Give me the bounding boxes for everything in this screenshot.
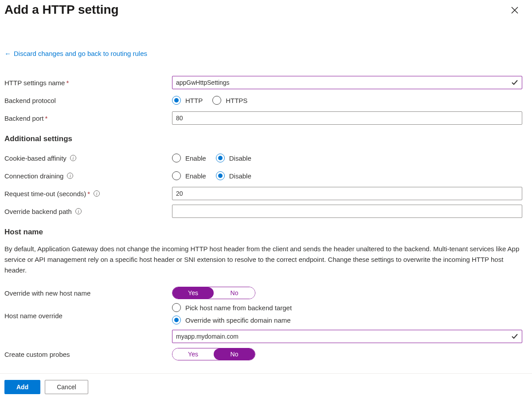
info-icon[interactable]: i [75,208,82,214]
override-new-toggle[interactable]: Yes No [172,287,255,299]
info-icon[interactable]: i [94,190,100,197]
page-title: Add a HTTP setting [4,3,119,17]
connection-enable-radio[interactable]: Enable [172,171,206,180]
protocol-https-radio[interactable]: HTTPS [212,96,247,105]
protocol-label: Backend protocol [4,97,56,104]
port-input[interactable] [172,111,522,125]
http-name-label: HTTP settings name [4,79,65,87]
override-path-label: Override backend path [4,208,72,215]
checkmark-icon [511,332,519,340]
override-path-input[interactable] [172,205,522,218]
add-button[interactable]: Add [4,380,40,394]
cancel-button[interactable]: Cancel [45,380,88,394]
additional-section-title: Additional settings [4,134,528,143]
protocol-http-label: HTTP [185,97,203,104]
connection-disable-label: Disable [229,172,251,180]
specific-domain-radio[interactable]: Override with specific domain name [172,316,292,324]
hostname-override-label: Host name override [4,312,63,320]
hostname-description: By default, Application Gateway does not… [4,244,523,276]
cookie-disable-radio[interactable]: Disable [216,154,251,162]
connection-enable-label: Enable [185,172,206,180]
custom-probes-label: Create custom probes [4,351,70,358]
pick-backend-label: Pick host name from backend target [185,304,292,312]
connection-disable-radio[interactable]: Disable [216,171,251,180]
protocol-https-label: HTTPS [226,97,247,104]
protocol-http-radio[interactable]: HTTP [172,96,203,105]
custom-probes-yes[interactable]: Yes [172,348,214,360]
custom-probes-no[interactable]: No [214,348,255,360]
checkmark-icon [511,79,519,87]
cookie-enable-radio[interactable]: Enable [172,154,206,162]
override-new-label: Override with new host name [4,289,90,297]
required-marker: * [45,115,47,122]
cookie-enable-label: Enable [185,154,206,162]
pick-backend-radio[interactable]: Pick host name from backend target [172,303,292,312]
required-marker: * [66,79,69,87]
port-label: Backend port [4,115,43,122]
connection-label: Connection draining [4,172,63,180]
hostname-section-title: Host name [4,228,528,237]
discard-link-label: Discard changes and go back to routing r… [14,50,147,57]
timeout-label: Request time-out (seconds) [4,190,86,198]
timeout-input[interactable] [172,187,522,200]
arrow-left-icon: ← [4,50,11,57]
custom-probes-toggle[interactable]: Yes No [172,348,255,360]
discard-link[interactable]: ← Discard changes and go back to routing… [4,50,147,57]
specific-domain-label: Override with specific domain name [185,316,291,324]
cookie-disable-label: Disable [229,154,251,162]
http-name-input[interactable] [172,76,522,89]
info-icon[interactable]: i [70,155,76,161]
override-new-yes[interactable]: Yes [172,287,214,299]
info-icon[interactable]: i [67,173,73,179]
cookie-label: Cookie-based affinity [4,154,66,162]
domain-input[interactable] [172,330,522,343]
required-marker: * [87,190,90,198]
override-new-no[interactable]: No [214,287,255,299]
close-icon[interactable] [509,4,520,16]
